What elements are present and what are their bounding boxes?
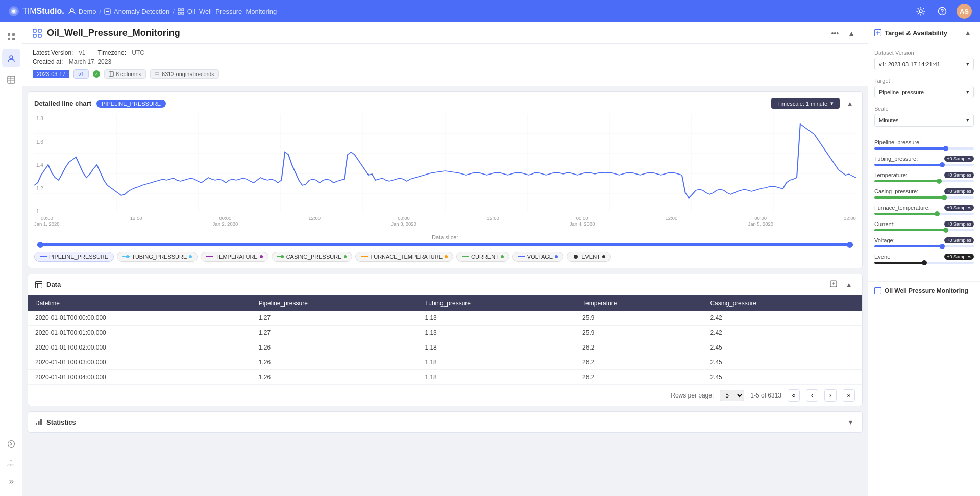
target-field: Target Pipeline_pressure ▾ (874, 78, 974, 98)
avail-slider-fill (874, 164, 942, 166)
avail-slider-thumb[interactable] (943, 146, 948, 151)
rp-divider (874, 134, 974, 134)
pagination-last-button[interactable]: » (843, 389, 855, 402)
legend-temperature-label: TEMPERATURE (215, 254, 257, 260)
event-legend-icon (572, 254, 579, 259)
svg-rect-9 (182, 12, 184, 14)
x-label-8: 00:00Jan 5, 2020 (748, 215, 773, 227)
sidebar-grid-button[interactable] (2, 28, 20, 46)
avail-slider-thumb[interactable] (935, 211, 940, 216)
scale-select[interactable]: Minutes ▾ (874, 114, 974, 127)
avail-slider-track (874, 147, 974, 150)
chart-expand-button[interactable]: ▲ (844, 98, 856, 109)
avail-slider-track (874, 245, 974, 247)
avail-slider-thumb[interactable] (940, 162, 945, 167)
svg-point-51 (281, 255, 284, 258)
svg-rect-14 (12, 33, 15, 36)
data-collapse-button[interactable]: ▲ (843, 279, 855, 290)
user-avatar[interactable]: AS (957, 4, 972, 19)
pagination-next-button[interactable]: › (824, 389, 837, 402)
rows-per-page-select[interactable]: 5 10 25 (720, 390, 744, 401)
legend-item-temperature[interactable]: TEMPERATURE (201, 252, 268, 262)
legend-item-event[interactable]: EVENT (567, 252, 611, 262)
sidebar-table-button[interactable] (2, 70, 20, 89)
pagination-prev-button[interactable]: ‹ (806, 389, 818, 402)
table-cell: 2020-01-01T00:00:00.000 (28, 311, 252, 326)
rp-bottom: Oil Well Pressure Monitoring (868, 281, 980, 300)
chart-tag[interactable]: PIPELINE_PRESSURE (96, 100, 166, 108)
temperature-dot (260, 255, 263, 258)
table-cell: 2.45 (703, 355, 862, 370)
target-label: Target (874, 78, 974, 84)
table-cell: 1.26 (252, 355, 418, 370)
statistics-expand-button[interactable]: ▾ (846, 417, 855, 427)
collapse-button[interactable]: ▲ (845, 28, 857, 38)
center-panel: Oil_Well_Pressure_Monitoring ••• ▲ Lates… (22, 22, 868, 496)
breadcrumb-project[interactable]: Oil_Well_Pressure_Monitoring (187, 8, 277, 15)
page-header-actions: ••• ▲ (828, 28, 857, 38)
settings-button[interactable] (914, 4, 928, 18)
availability-row: Tubing_pressure:+0 Samples (874, 156, 974, 166)
availability-row: Event:+0 Samples (874, 254, 974, 264)
voltage-dot (555, 255, 558, 258)
avail-slider-track (874, 164, 974, 166)
data-export-button[interactable] (827, 279, 840, 290)
target-icon (874, 29, 881, 36)
svg-point-17 (10, 56, 13, 59)
target-select[interactable]: Pipeline_pressure ▾ (874, 86, 974, 98)
table-cell: 25.9 (575, 311, 703, 326)
table-cell: 2020-01-01T00:03:00.000 (28, 355, 252, 370)
x-label-3: 12:00 (308, 215, 321, 227)
slicer-right-handle[interactable] (847, 242, 853, 248)
help-icon (938, 7, 947, 16)
table-cell: 2020-01-01T00:01:00.000 (28, 326, 252, 340)
table-cell: 1.26 (252, 340, 418, 355)
legend-item-casing[interactable]: CASING_PRESSURE (272, 252, 353, 262)
more-options-button[interactable]: ••• (828, 28, 841, 38)
dataset-version-label: Dataset Version (874, 49, 974, 56)
double-chevron-icon (7, 478, 15, 486)
table-cell: 2020-01-01T00:02:00.000 (28, 340, 252, 355)
sidebar-expand-button[interactable] (2, 473, 20, 491)
meta-row-2: Created at: March 17, 2023 (33, 58, 857, 65)
records-badge: 6312 original records (150, 69, 219, 79)
pagination-first-button[interactable]: « (788, 389, 800, 402)
table-cell: 26.2 (575, 340, 703, 355)
legend-item-furnace[interactable]: FURNACE_TEMPERATURE (355, 252, 453, 262)
meta-row-1: Latest Version: v1 Timezone: UTC (33, 49, 857, 56)
avail-slider-thumb[interactable] (940, 244, 945, 249)
version-date-badge[interactable]: 2023-03-17 (33, 70, 69, 78)
avail-slider-thumb[interactable] (937, 179, 942, 184)
avail-label-row: Temperature:+0 Samples (874, 172, 974, 178)
app-logo[interactable]: TIMStudio. (8, 6, 64, 17)
dataset-version-select[interactable]: v1: 2023-03-17 14:21:41 ▾ (874, 58, 974, 70)
col-tubing: Tubing_pressure (418, 295, 575, 311)
well-icon (874, 287, 881, 294)
breadcrumb-demo[interactable]: Demo (79, 8, 96, 15)
version-v-badge[interactable]: v1 (74, 69, 89, 79)
navbar-right: AS (914, 4, 972, 19)
avail-slider-thumb[interactable] (942, 195, 947, 200)
avail-slider-thumb[interactable] (943, 228, 948, 233)
avail-badge: +0 Samples (944, 172, 974, 178)
scale-label: Scale (874, 106, 974, 112)
x-label-6: 00:00Jan 4, 2020 (570, 215, 595, 227)
timescale-button[interactable]: Timescale: 1 minute ▾ (771, 98, 840, 109)
avail-label: Furnace_temperature: (874, 205, 930, 211)
avail-label: Casing_pressure: (874, 188, 918, 194)
slicer-left-handle[interactable] (37, 242, 43, 248)
avail-slider-fill (874, 245, 942, 247)
sidebar-forward-button[interactable] (2, 435, 20, 453)
avail-slider-thumb[interactable] (922, 260, 927, 265)
right-panel-collapse-button[interactable]: ▲ (962, 28, 974, 38)
svg-point-10 (919, 10, 922, 13)
sidebar-user-button[interactable] (2, 49, 20, 67)
legend-item-current[interactable]: CURRENT (456, 252, 509, 262)
legend-item-pipeline[interactable]: PIPELINE_PRESSURE (34, 252, 114, 262)
legend-item-tubing[interactable]: TUBING_PRESSURE (117, 252, 198, 262)
help-button[interactable] (935, 4, 949, 18)
legend-item-voltage[interactable]: VOLTAGE (512, 252, 564, 262)
data-header: Data ▲ (28, 274, 862, 295)
breadcrumb-anomaly[interactable]: Anomaly Detection (114, 8, 169, 15)
user-icon (68, 8, 76, 15)
